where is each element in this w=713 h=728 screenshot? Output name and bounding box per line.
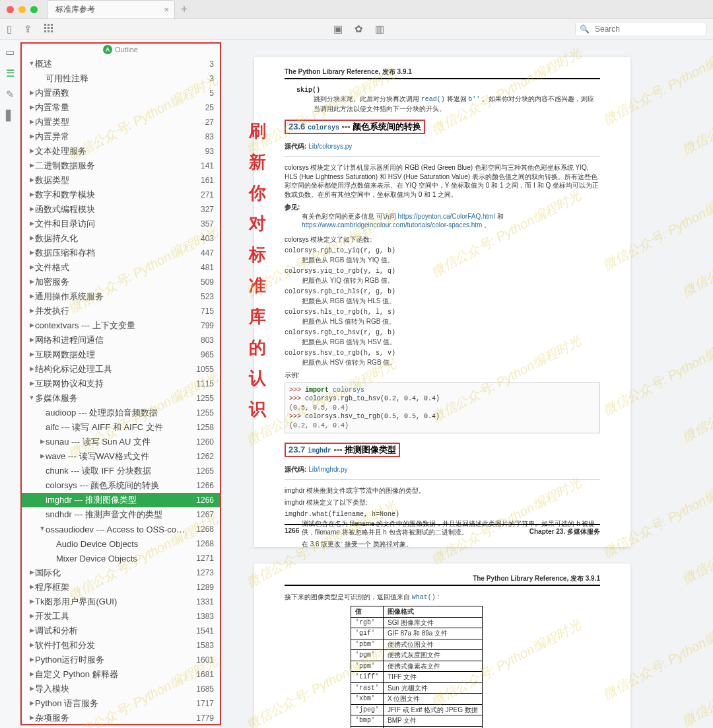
disclosure-icon[interactable]: ▶	[28, 191, 35, 198]
outline-item[interactable]: ▼概述3	[20, 57, 221, 71]
outline-item[interactable]: ▶互联网数据处理965	[20, 347, 221, 362]
outline-item[interactable]: ▶并发执行715	[20, 304, 221, 318]
disclosure-icon[interactable]: ▶	[28, 365, 35, 372]
outline-item[interactable]: ▶内置异常83	[20, 129, 221, 144]
disclosure-icon[interactable]: ▶	[28, 205, 35, 212]
outline-item[interactable]: ▶通用操作系统服务523	[20, 289, 221, 304]
outline-item[interactable]: ▶函数式编程模块327	[20, 202, 221, 217]
source-link[interactable]: Lib/imghdr.py	[308, 466, 347, 473]
disclosure-icon[interactable]: ▶	[28, 220, 35, 227]
outline-item[interactable]: ▶数据压缩和存档447	[20, 246, 221, 260]
disclosure-icon[interactable]: ▶	[28, 641, 35, 648]
disclosure-icon[interactable]: ▼	[28, 394, 35, 401]
outline-item[interactable]: ▶互联网协议和支持1115	[20, 377, 221, 391]
outline-item[interactable]: ▶Windows系统相关模块1783	[20, 725, 221, 728]
disclosure-icon[interactable]: ▶	[28, 569, 35, 575]
outline-item[interactable]: ▶杂项服务1779	[20, 711, 221, 725]
share-icon[interactable]: ⇪	[24, 23, 32, 35]
outline-item[interactable]: ▶内置函数5	[20, 86, 221, 100]
disclosure-icon[interactable]: ▶	[39, 438, 46, 445]
fit-page-icon[interactable]: ▣	[333, 23, 343, 35]
outline-item[interactable]: ▶Python运行时服务1601	[20, 653, 221, 667]
outline-item[interactable]: Mixer Device Objects1271	[20, 551, 221, 565]
disclosure-icon[interactable]: ▶	[28, 671, 35, 677]
outline-item[interactable]: ▶Tk图形用户界面(GUI)1331	[20, 595, 221, 609]
disclosure-icon[interactable]: ▼	[39, 525, 46, 532]
outline-item[interactable]: ▶数字和数学模块271	[20, 188, 221, 202]
disclosure-icon[interactable]: ▶	[28, 685, 35, 692]
disclosure-icon[interactable]: ▶	[28, 351, 35, 357]
disclosure-icon[interactable]: ▶	[28, 307, 35, 314]
outline-item[interactable]: ▶导入模块1685	[20, 682, 221, 696]
outline-item[interactable]: ▶contextvars --- 上下文变量799	[20, 318, 221, 333]
document-tab[interactable]: 标准库参考 ×	[47, 0, 175, 18]
disclosure-icon[interactable]: ▶	[28, 700, 35, 706]
outline-item[interactable]: ▼ossaudiodev --- Access to OSS-compa...1…	[20, 522, 221, 536]
outline-item[interactable]: Audio Device Objects1268	[20, 536, 221, 551]
search-box[interactable]: 🔍	[575, 22, 706, 36]
zoom-window-icon[interactable]	[30, 6, 38, 13]
layout-icon[interactable]: ▥	[375, 23, 384, 35]
disclosure-icon[interactable]: ▶	[28, 598, 35, 604]
settings-icon[interactable]: ✿	[355, 23, 363, 35]
close-tab-icon[interactable]: ×	[164, 5, 169, 15]
outline-item[interactable]: ▶自定义 Python 解释器1681	[20, 667, 221, 682]
outline-item[interactable]: audioop --- 处理原始音频数据1255	[20, 406, 221, 420]
outline-item[interactable]: ▶加密服务509	[20, 275, 221, 289]
annotate-icon[interactable]: ✎	[6, 89, 15, 100]
disclosure-icon[interactable]: ▶	[28, 627, 35, 634]
outline-item[interactable]: aifc --- 读写 AIFF 和 AIFC 文件1258	[20, 420, 221, 435]
disclosure-icon[interactable]: ▶	[28, 89, 35, 96]
minimize-window-icon[interactable]	[18, 6, 26, 13]
source-link[interactable]: Lib/colorsys.py	[308, 143, 352, 150]
outline-item[interactable]: ▶数据类型161	[20, 173, 221, 188]
outline-item[interactable]: ▶Python 语言服务1717	[20, 696, 221, 711]
outline-item[interactable]: ▶国际化1273	[20, 565, 221, 580]
disclosure-icon[interactable]: ▶	[39, 453, 46, 459]
disclosure-icon[interactable]: ▶	[28, 104, 35, 110]
outline-item[interactable]: imghdr --- 推测图像类型1266	[20, 493, 221, 507]
outline-item[interactable]: ▶内置类型27	[20, 115, 221, 129]
outline-item[interactable]: ▶wave --- 读写WAV格式文件1262	[20, 449, 221, 464]
search-input[interactable]	[594, 24, 702, 34]
outline-item[interactable]: 可用性注释3	[20, 71, 221, 86]
outline-item[interactable]: ▶内置常量25	[20, 100, 221, 115]
disclosure-icon[interactable]: ▶	[28, 176, 35, 183]
outline-item[interactable]: sndhdr --- 推测声音文件的类型1267	[20, 507, 221, 522]
disclosure-icon[interactable]: ▶	[28, 714, 35, 721]
disclosure-icon[interactable]: ▶	[28, 612, 35, 619]
disclosure-icon[interactable]: ▶	[28, 118, 35, 125]
document-view[interactable]: The Python Library Reference, 发布 3.9.1 s…	[221, 40, 713, 728]
disclosure-icon[interactable]: ▶	[28, 336, 35, 343]
page-thumbnails-icon[interactable]: ▭	[5, 46, 15, 58]
outline-item[interactable]: chunk --- 读取 IFF 分块数据1265	[20, 464, 221, 478]
disclosure-icon[interactable]: ▶	[28, 147, 35, 154]
outline-item[interactable]: ▶结构化标记处理工具1055	[20, 362, 221, 377]
new-tab-button[interactable]: +	[178, 3, 191, 17]
outline-item[interactable]: ▶sunau --- 读写 Sun AU 文件1260	[20, 435, 221, 449]
outline-item[interactable]: ▶文件格式481	[20, 260, 221, 275]
outline-item[interactable]: ▶开发工具1383	[20, 609, 221, 624]
outline-item[interactable]: ▶文本处理服务93	[20, 144, 221, 159]
sidebar-toggle-icon[interactable]: ▯	[7, 23, 12, 35]
outline-item[interactable]: ▶网络和进程间通信803	[20, 333, 221, 347]
outline-item[interactable]: ▶调试和分析1541	[20, 624, 221, 638]
outline-item[interactable]: ▶数据持久化403	[20, 231, 221, 246]
outline-item[interactable]: ▶软件打包和分发1583	[20, 638, 221, 653]
outline-icon[interactable]: ☰	[6, 67, 15, 79]
disclosure-icon[interactable]: ▼	[28, 60, 35, 67]
disclosure-icon[interactable]: ▶	[28, 162, 35, 168]
disclosure-icon[interactable]: ▶	[28, 293, 35, 299]
disclosure-icon[interactable]: ▶	[28, 583, 35, 590]
disclosure-icon[interactable]: ▶	[28, 278, 35, 285]
disclosure-icon[interactable]: ▶	[28, 249, 35, 256]
disclosure-icon[interactable]: ▶	[28, 133, 35, 139]
disclosure-icon[interactable]: ▶	[28, 322, 35, 328]
outline-item[interactable]: ▼多媒体服务1255	[20, 391, 221, 406]
grid-icon[interactable]	[44, 24, 53, 35]
disclosure-icon[interactable]: ▶	[28, 380, 35, 386]
outline-item[interactable]: colorsys --- 颜色系统间的转换1266	[20, 478, 221, 493]
outline-item[interactable]: ▶程序框架1289	[20, 580, 221, 595]
close-window-icon[interactable]	[7, 6, 14, 13]
disclosure-icon[interactable]: ▶	[28, 264, 35, 270]
